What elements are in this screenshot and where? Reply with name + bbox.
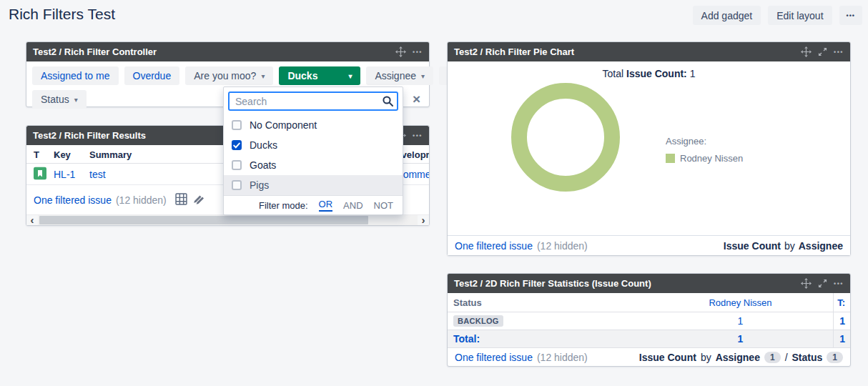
filter-mode-bar: Filter mode: OR AND NOT xyxy=(224,195,403,214)
scroll-right-arrow[interactable]: › xyxy=(418,215,429,225)
column-type[interactable]: T xyxy=(34,149,39,159)
issue-key-link[interactable]: HL-1 xyxy=(54,169,75,180)
edit-layout-button[interactable]: Edit layout xyxy=(768,6,832,25)
columns-table-icon[interactable] xyxy=(175,193,187,207)
filter-ducks[interactable]: Ducks ▾ xyxy=(279,66,360,85)
donut-chart[interactable] xyxy=(511,83,620,192)
filtered-issue-link[interactable]: One filtered issue xyxy=(34,194,112,206)
expand-gadget-icon[interactable] xyxy=(818,47,827,56)
chevron-down-icon: ▾ xyxy=(261,72,265,80)
close-icon[interactable]: × xyxy=(413,92,420,106)
chevron-down-icon: ▾ xyxy=(421,72,425,80)
scroll-left-arrow[interactable]: ‹ xyxy=(26,215,38,225)
scrollbar-thumb[interactable] xyxy=(39,216,368,224)
page-title: Rich Filters Test xyxy=(9,6,115,23)
mode-not[interactable]: NOT xyxy=(374,200,393,211)
filter-are-you-moo[interactable]: Are you moo? ▾ xyxy=(185,66,273,85)
sort-desc-icon: ↓ xyxy=(54,149,58,159)
horizontal-scrollbar: ‹ › xyxy=(26,214,429,225)
search-input[interactable] xyxy=(228,91,398,111)
hidden-count: (12 hidden) xyxy=(116,194,167,206)
total-row-total-link[interactable]: 1 xyxy=(839,333,845,345)
filter-row-1: Assigned to me Overdue Are you moo? ▾ Du… xyxy=(32,66,423,85)
dropdown-search xyxy=(228,91,398,111)
pie-gadget-title: Test2 / Rich Filter Pie Chart xyxy=(454,46,801,57)
dashboard-more-button[interactable]: ••• xyxy=(839,6,862,25)
total-row: Total: 1 1 xyxy=(448,330,850,348)
filter-mode-label: Filter mode: xyxy=(259,200,308,211)
filtered-issue-link[interactable]: One filtered issue xyxy=(455,352,533,363)
chevron-down-icon: ▾ xyxy=(74,96,78,104)
column-summary[interactable]: Summary xyxy=(89,149,132,159)
total-value-link[interactable]: 1 xyxy=(738,333,744,345)
status-count-pill: 1 xyxy=(827,352,843,363)
add-gadget-button[interactable]: Add gadget xyxy=(693,6,761,25)
table-row: BACKLOG 1 1 xyxy=(448,312,850,330)
option-ducks[interactable]: Ducks xyxy=(224,135,403,155)
filter-assignee[interactable]: Assignee ▾ xyxy=(366,66,433,85)
checkbox-unchecked[interactable] xyxy=(232,180,242,190)
move-gadget-icon[interactable] xyxy=(801,278,812,289)
mode-and[interactable]: AND xyxy=(343,200,363,211)
scrollbar-track[interactable] xyxy=(38,215,418,225)
filtered-issue-link[interactable]: One filtered issue xyxy=(455,240,533,252)
chevron-down-icon: ▾ xyxy=(348,72,352,80)
status-badge: BACKLOG xyxy=(453,315,503,327)
gadget-more-icon[interactable]: ••• xyxy=(834,280,844,287)
stats-gadget-title: Test2 / 2D Rich Filter Statistics (Issue… xyxy=(454,278,801,289)
hidden-count: (12 hidden) xyxy=(537,240,588,252)
controller-gadget-header: Test2 / Rich Filter Controller ••• xyxy=(26,42,429,61)
column-status: Status xyxy=(448,293,648,312)
stats-gadget-header: Test2 / 2D Rich Filter Statistics (Issue… xyxy=(448,274,850,293)
issue-summary-link[interactable]: test xyxy=(89,169,106,180)
checkbox-checked[interactable] xyxy=(232,140,242,150)
mode-or[interactable]: OR xyxy=(319,199,333,212)
dashboard: Rich Filters Test Add gadget Edit layout… xyxy=(0,0,868,386)
search-icon[interactable] xyxy=(382,95,394,110)
ducks-filter-dropdown: No Component Ducks Goats Pigs Filter mod… xyxy=(223,86,403,215)
stats-gadget: Test2 / 2D Rich Filter Statistics (Issue… xyxy=(447,273,851,367)
stat-row-total-link[interactable]: 1 xyxy=(839,315,845,327)
legend-item: Rodney Nissen xyxy=(666,153,743,164)
filter-assigned-to-me[interactable]: Assigned to me xyxy=(32,66,119,85)
pie-footer: One filtered issue (12 hidden) Issue Cou… xyxy=(448,235,850,255)
expand-gadget-icon[interactable] xyxy=(818,279,827,288)
option-pigs[interactable]: Pigs xyxy=(224,175,403,195)
hidden-count: (12 hidden) xyxy=(537,352,588,363)
column-total-link[interactable]: T: xyxy=(837,297,845,308)
pie-gadget: Test2 / Rich Filter Pie Chart ••• Total … xyxy=(447,41,851,256)
checkbox-unchecked[interactable] xyxy=(232,120,242,130)
filter-status[interactable]: Status ▾ xyxy=(32,90,87,109)
gadget-more-icon[interactable]: ••• xyxy=(834,49,844,56)
option-no-component[interactable]: No Component xyxy=(224,115,403,135)
checkbox-unchecked[interactable] xyxy=(232,160,242,170)
total-label-link[interactable]: Total: xyxy=(453,333,480,345)
pie-gadget-header: Test2 / Rich Filter Pie Chart ••• xyxy=(448,42,850,61)
assignee-count-pill: 1 xyxy=(764,352,781,363)
filter-overdue[interactable]: Overdue xyxy=(124,66,180,85)
legend-title: Assignee: xyxy=(666,136,743,147)
chart-legend: Assignee: Rodney Nissen xyxy=(666,136,743,164)
option-goats[interactable]: Goats xyxy=(224,155,403,175)
edit-columns-icon[interactable] xyxy=(192,193,206,207)
gadget-more-icon[interactable]: ••• xyxy=(413,132,423,139)
controller-gadget-title: Test2 / Rich Filter Controller xyxy=(33,46,395,57)
gadget-more-icon[interactable]: ••• xyxy=(413,49,423,56)
stats-footer: One filtered issue (12 hidden) Issue Cou… xyxy=(448,348,850,367)
pie-total-line: Total Issue Count: 1 xyxy=(448,68,850,79)
stats-column-headers: Status Rodney Nissen T: xyxy=(448,293,850,312)
page-actions: Add gadget Edit layout ••• xyxy=(693,6,862,25)
move-gadget-icon[interactable] xyxy=(801,46,812,57)
column-user-link[interactable]: Rodney Nissen xyxy=(709,297,771,308)
move-gadget-icon[interactable] xyxy=(395,46,406,57)
legend-label: Rodney Nissen xyxy=(680,153,743,164)
legend-swatch xyxy=(666,154,675,163)
story-type-icon xyxy=(34,167,46,182)
stat-value-link[interactable]: 1 xyxy=(738,315,744,327)
